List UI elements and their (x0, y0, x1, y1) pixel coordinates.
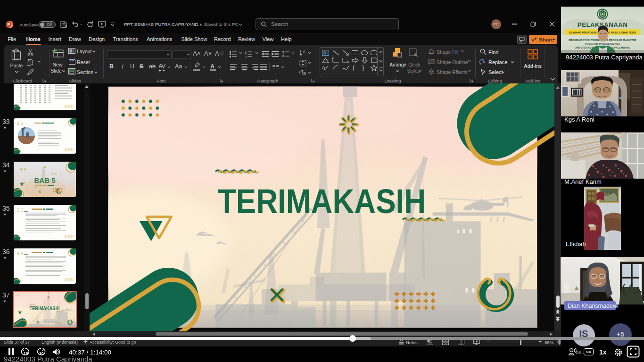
svg-text:BAB 5: BAB 5 (34, 176, 55, 184)
svg-text:3: 3 (245, 56, 247, 58)
svg-text:c: c (480, 62, 482, 66)
svg-text:b: b (483, 59, 485, 64)
svg-text:A: A (303, 49, 305, 54)
svg-text:TERIMAKASIH: TERIMAKASIH (30, 306, 60, 311)
svg-text:P: P (8, 22, 10, 27)
svg-text:10: 10 (24, 351, 28, 356)
svg-text:TERIMAKASIH: TERIMAKASIH (218, 182, 426, 220)
svg-text:PROGRAM PASCASARJANA: PROGRAM PASCASARJANA (585, 42, 620, 45)
svg-text:10: 10 (39, 351, 44, 356)
